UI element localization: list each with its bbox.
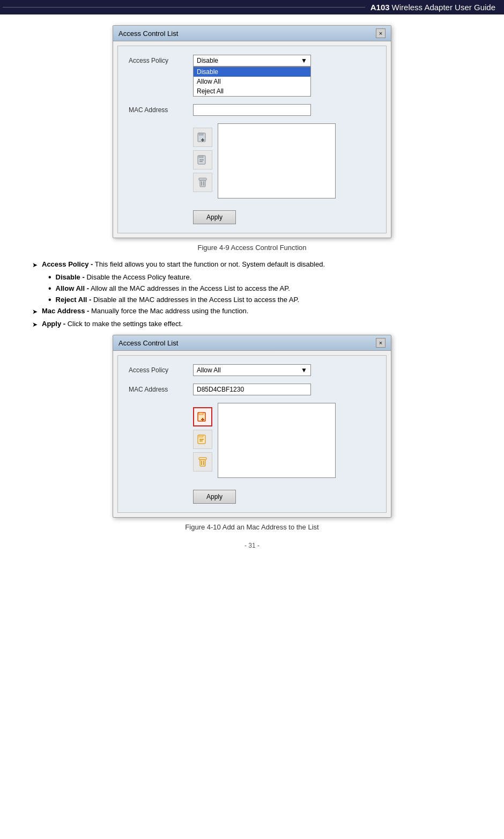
mac-address-row-1: MAC Address	[129, 104, 375, 116]
icons-list-row-1	[129, 123, 375, 198]
dropdown-trigger-1[interactable]: Disable ▼	[193, 55, 311, 67]
mac-address-input-1[interactable]	[193, 104, 311, 116]
bullet-mac-address: ➤ Mac Address - Manually force the Mac a…	[32, 307, 483, 315]
delete-icon-1	[197, 176, 209, 188]
apply-bullet-text: Apply - Click to make the settings take …	[42, 320, 183, 328]
figure-caption-1: Figure 4-9 Access Control Function	[21, 244, 483, 252]
page-content: Access Control List × Access Policy Disa…	[0, 14, 504, 565]
list-area-1	[218, 123, 336, 198]
dialog-titlebar-2: Access Control List ×	[113, 335, 391, 351]
svg-rect-8	[199, 178, 206, 180]
mac-address-bullet-text: Mac Address - Manually force the Mac add…	[42, 307, 248, 315]
allow-all-text: Allow All - Allow all the MAC addresses …	[56, 284, 290, 292]
add-icon-1	[197, 131, 209, 143]
svg-rect-17	[199, 435, 203, 437]
header-line	[3, 7, 365, 8]
apply-button-2[interactable]: Apply	[193, 490, 236, 504]
dropdown-item-allow-all[interactable]: Allow All	[194, 77, 310, 86]
guide-title: Wireless Adapter User Guide	[392, 3, 495, 12]
dialog-window-1: Access Control List × Access Policy Disa…	[113, 25, 391, 238]
dialog-body-2: Access Policy Allow All ▼ MAC Address	[117, 355, 387, 513]
svg-rect-5	[199, 156, 203, 158]
svg-rect-9	[200, 180, 205, 187]
dropdown-item-disable[interactable]: Disable	[194, 67, 310, 77]
icon-buttons-2	[193, 407, 212, 472]
mac-address-control-1	[193, 104, 375, 116]
dropdown-arrow-2: ▼	[301, 366, 307, 374]
apply-btn-container-2: Apply	[193, 485, 375, 504]
model-label: A103	[370, 3, 390, 12]
edit-icon-1	[197, 154, 209, 166]
access-policy-bullet-text: Access Policy - This field allows you to…	[42, 260, 325, 268]
bullet-section: ➤ Access Policy - This field allows you …	[32, 260, 483, 328]
dropdown-arrow-1: ▼	[301, 57, 307, 64]
bullet-dot-1: •	[48, 273, 51, 282]
dialog-title-2: Access Control List	[118, 339, 178, 347]
edit-icon-2	[197, 433, 209, 445]
arrow-icon-3: ➤	[32, 321, 38, 328]
dropdown-trigger-2[interactable]: Allow All ▼	[193, 364, 311, 376]
mac-address-label-1: MAC Address	[129, 104, 193, 114]
close-button-1[interactable]: ×	[376, 28, 386, 38]
bullet-reject-all: • Reject All - Disable all the MAC addre…	[48, 296, 483, 304]
dropdown-item-reject-all[interactable]: Reject All	[194, 86, 310, 96]
mac-address-label-2: MAC Address	[129, 384, 193, 393]
list-area-2	[218, 403, 336, 478]
bullet-apply: ➤ Apply - Click to make the settings tak…	[32, 320, 483, 328]
dialog-titlebar-1: Access Control List ×	[113, 26, 391, 41]
delete-icon-btn-2[interactable]	[193, 452, 212, 472]
mac-address-row-2: MAC Address	[129, 384, 375, 395]
icons-list-row-2	[129, 403, 375, 478]
delete-icon-2	[197, 456, 209, 468]
apply-button-1[interactable]: Apply	[193, 210, 236, 224]
disable-text: Disable - Disable the Access Policy feat…	[56, 273, 192, 281]
access-policy-control-2: Allow All ▼	[193, 364, 375, 376]
add-icon-btn-1[interactable]	[193, 128, 212, 147]
dropdown-list-1: Disable Allow All Reject All	[193, 67, 311, 97]
bullet-allow-all: • Allow All - Allow all the MAC addresse…	[48, 284, 483, 293]
access-policy-row-1: Access Policy Disable ▼ Disable Allow Al…	[129, 55, 375, 97]
add-icon-btn-2[interactable]	[193, 407, 212, 426]
select-wrapper-2: Allow All ▼	[193, 364, 311, 376]
access-policy-label-1: Access Policy	[129, 55, 193, 64]
svg-rect-20	[199, 458, 206, 460]
page-number: - 31 -	[21, 542, 483, 555]
dialog-window-2: Access Control List × Access Policy Allo…	[113, 335, 391, 518]
mac-address-input-2[interactable]	[193, 384, 311, 395]
bullet-dot-3: •	[48, 296, 51, 304]
header-bar: A103 Wireless Adapter User Guide	[0, 0, 504, 14]
bullet-dot-2: •	[48, 284, 51, 293]
edit-icon-btn-1[interactable]	[193, 150, 212, 170]
icon-column-1	[193, 123, 212, 192]
dialog-body-1: Access Policy Disable ▼ Disable Allow Al…	[117, 46, 387, 233]
arrow-icon-2: ➤	[32, 308, 38, 315]
reject-all-text: Reject All - Disable all the MAC address…	[56, 296, 300, 304]
icon-column-2	[193, 403, 212, 472]
arrow-icon-1: ➤	[32, 261, 38, 269]
figure-caption-2: Figure 4-10 Add an Mac Address to the Li…	[21, 523, 483, 531]
mac-address-control-2	[193, 384, 375, 395]
access-policy-label-2: Access Policy	[129, 364, 193, 374]
apply-btn-container-1: Apply	[193, 206, 375, 224]
svg-rect-21	[200, 460, 205, 466]
svg-rect-1	[199, 133, 203, 135]
bullet-disable: • Disable - Disable the Access Policy fe…	[48, 273, 483, 282]
bullet-access-policy: ➤ Access Policy - This field allows you …	[32, 260, 483, 269]
delete-icon-btn-1[interactable]	[193, 173, 212, 192]
svg-rect-13	[199, 413, 203, 415]
close-button-2[interactable]: ×	[376, 338, 386, 348]
icon-buttons-1	[193, 128, 212, 192]
dialog-title-1: Access Control List	[118, 30, 178, 38]
edit-icon-btn-2[interactable]	[193, 430, 212, 449]
add-icon-2	[197, 411, 209, 423]
access-policy-row-2: Access Policy Allow All ▼	[129, 364, 375, 376]
dropdown-value-1: Disable	[197, 57, 218, 64]
access-policy-control-1: Disable ▼ Disable Allow All Reject All	[193, 55, 375, 97]
dropdown-value-2: Allow All	[197, 366, 221, 374]
